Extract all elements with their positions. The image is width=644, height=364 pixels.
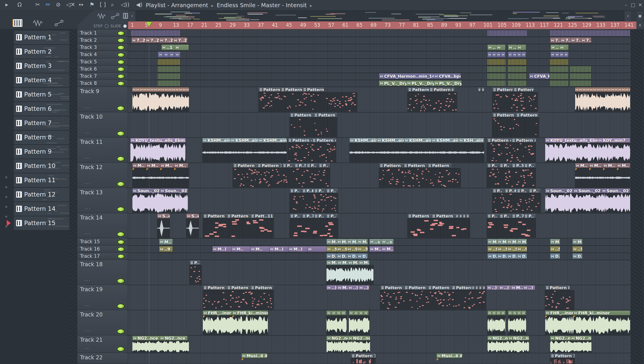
audio-clip[interactable]: ⋈..9: [572, 246, 582, 252]
clip-stripe[interactable]: [550, 66, 568, 72]
audio-clip[interactable]: ⋈..1: [551, 45, 559, 50]
pattern-clip[interactable]: ≣Pattern 2: [513, 87, 534, 92]
audio-clip[interactable]: ⋈: [559, 45, 568, 50]
pattern-clip[interactable]: ≣Pattern 15: [379, 163, 403, 168]
clip-waveform-body[interactable]: [545, 194, 630, 212]
pattern-clip[interactable]: ≣Pattern 15: [427, 163, 451, 168]
track-options-dots[interactable]: ···: [85, 303, 91, 308]
clip-stripe[interactable]: [508, 80, 527, 86]
clip-waveform-body[interactable]: [132, 341, 189, 352]
pattern-clip[interactable]: ≣Pattern 15: [257, 163, 282, 168]
audio-clip[interactable]: ⋈D..: [347, 254, 357, 259]
audio-clip[interactable]: ⋈M..: [488, 239, 497, 245]
wave-mode-icon[interactable]: [97, 13, 106, 19]
arrangement-preview-scrollbar[interactable]: [136, 11, 624, 21]
pattern-clip[interactable]: ≣Pattern 2: [280, 87, 302, 92]
audio-clip[interactable]: ⋈S..e: [186, 214, 199, 218]
audio-clip[interactable]: ⋈PL_V.._Dry: [406, 80, 434, 86]
audio-clip[interactable]: ⋈Musi..4 #3: [437, 354, 462, 358]
audio-clip[interactable]: ⋈..9: [517, 246, 527, 252]
clip-notes-body[interactable]: [351, 358, 375, 363]
clip-stripe[interactable]: [488, 59, 505, 65]
pattern-item[interactable]: Pattern 6: [14, 102, 69, 116]
audio-clip[interactable]: ⋈KSHM..ain: [202, 138, 230, 143]
audio-clip[interactable]: ⋈M..: [160, 163, 174, 168]
track-options-dots[interactable]: ···: [85, 328, 91, 334]
audio-clip[interactable]: ⋈: [163, 52, 169, 58]
clip-waveform-body[interactable]: [130, 143, 185, 162]
pattern-clip[interactable]: ≣P..: [314, 188, 326, 193]
clip-waveform-body[interactable]: [132, 92, 189, 112]
audio-clip[interactable]: ⋈7..2: [571, 38, 581, 43]
pattern-clip[interactable]: ≣P..: [516, 188, 528, 193]
track-header[interactable]: Track 9···: [77, 87, 128, 112]
clip-waveform-body[interactable]: [132, 194, 188, 212]
lane[interactable]: [128, 112, 630, 138]
audio-clip[interactable]: ⋈..9: [347, 246, 357, 252]
audio-clip[interactable]: ⋈: [521, 311, 526, 315]
audio-clip[interactable]: ⋈Soun.._02: [573, 188, 601, 193]
audio-clip[interactable]: ⋈..1: [488, 45, 496, 50]
audio-clip[interactable]: ⋈7..2: [145, 38, 159, 43]
pattern-clip[interactable]: ≣P..: [189, 260, 200, 265]
pattern-clip[interactable]: ≣P..: [290, 214, 302, 218]
audio-clip[interactable]: ⋈Soun.._02: [601, 188, 630, 193]
audio-clip[interactable]: ⋈CFVA_Harmon..min_140b: [379, 74, 434, 79]
pattern-clip[interactable]: ≣Pattern 14: [314, 113, 337, 118]
clip-stripe[interactable]: [570, 66, 591, 72]
audio-clip[interactable]: ⋈KOY..min7: [598, 138, 630, 143]
audio-clip[interactable]: ⋈KOYU_textu..ells_Ebmin7: [130, 138, 185, 143]
pattern-clip[interactable]: ≣P..: [499, 163, 511, 168]
audio-clip[interactable]: ⋈NG2..nce 2: [326, 336, 348, 340]
audio-clip[interactable]: ⋈..s: [369, 239, 381, 245]
scroll-left-button[interactable]: ‹: [129, 11, 136, 22]
audio-clip[interactable]: ⋈M..: [357, 239, 368, 245]
audio-clip[interactable]: ⋈KSHM..ain: [404, 138, 431, 143]
audio-clip[interactable]: ⋈D..: [517, 254, 527, 259]
mute-tool-icon[interactable]: ◁✕: [66, 1, 75, 8]
audio-clip[interactable]: ⋈: [488, 311, 492, 315]
pattern-clip[interactable]: ≣P..: [487, 163, 499, 168]
tab-automation[interactable]: [55, 20, 64, 26]
clip-stripe[interactable]: [488, 73, 505, 79]
audio-clip[interactable]: ⋈KSH..ain: [459, 138, 484, 143]
audio-clip[interactable]: ⋈NG2..nce 2: [132, 336, 160, 340]
clip-stripe[interactable]: [508, 66, 527, 72]
track-mute-led[interactable]: [117, 81, 125, 86]
audio-clip[interactable]: ⋈: [555, 52, 559, 58]
pattern-item[interactable]: Pattern 5: [14, 88, 69, 102]
audio-clip[interactable]: ⋈7..2: [131, 38, 145, 43]
clip-notes-body[interactable]: [203, 218, 274, 238]
clip-notes-body[interactable]: [407, 218, 470, 238]
pattern-clip[interactable]: ≣Pattern 15: [403, 163, 427, 168]
audio-clip[interactable]: ⋈M..: [347, 239, 357, 245]
clip-waveform-body[interactable]: [326, 265, 373, 284]
pattern-clip[interactable]: ≣P..: [492, 188, 504, 193]
track-mute-led[interactable]: [117, 304, 125, 309]
audio-clip[interactable]: ⋈..9: [159, 246, 173, 252]
audio-clip[interactable]: ⋈NG2..nce 2: [488, 336, 508, 340]
audio-clip[interactable]: ⋈M..: [507, 239, 517, 245]
scroll-corner-button[interactable]: ▪: [636, 11, 643, 22]
audio-clip[interactable]: ⋈M..: [251, 246, 270, 252]
audio-clip[interactable]: ⋈M..): [212, 246, 232, 252]
audio-clip[interactable]: ⋈7..2: [173, 38, 187, 43]
track-options-dots[interactable]: ···: [85, 346, 91, 351]
audio-clip[interactable]: ⋈D..: [550, 254, 560, 259]
pattern-clip[interactable]: ≣Pattern 10: [550, 354, 575, 358]
track-mute-led[interactable]: [117, 240, 125, 244]
audio-clip[interactable]: ⋈M..: [132, 163, 146, 168]
audio-clip[interactable]: ⋈: [501, 311, 505, 315]
zoom-flag-icon[interactable]: ⚑: [89, 1, 94, 8]
clip-waveform-body[interactable]: [203, 316, 268, 335]
audio-clip[interactable]: ⋈: [158, 52, 163, 58]
audio-clip[interactable]: ⋈: [496, 311, 501, 315]
audio-clip[interactable]: ⋈..): [348, 286, 359, 290]
audio-clip[interactable]: ⋈..9: [488, 246, 497, 252]
pattern-item[interactable]: Pattern 4: [14, 74, 69, 87]
clip-stripe[interactable]: [550, 73, 568, 79]
pattern-clip[interactable]: ≣: [478, 87, 481, 92]
track-mute-led[interactable]: [117, 156, 125, 162]
track-header[interactable]: Track 12···: [77, 163, 128, 188]
audio-clip[interactable]: ⋈Musi..4 #3: [242, 354, 267, 358]
